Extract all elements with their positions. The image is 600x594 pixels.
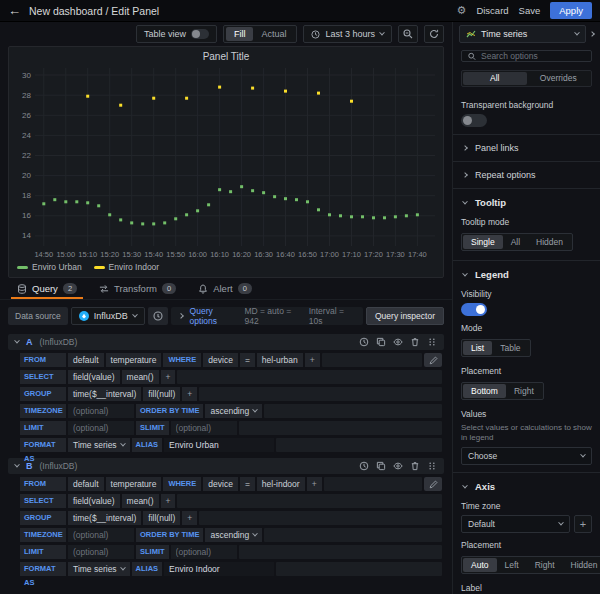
where-value-segment[interactable]: hel-indoor — [257, 477, 305, 491]
measurement-segment[interactable]: temperature — [106, 477, 162, 491]
edit-raw-query-button[interactable] — [424, 353, 442, 367]
limit-row: LIMIT SLIMIT — [20, 545, 442, 559]
query-history-icon[interactable] — [359, 337, 369, 347]
delete-query-trash-icon[interactable] — [410, 337, 420, 347]
actual-option[interactable]: Actual — [253, 27, 294, 41]
add-group-by-button[interactable]: + — [182, 511, 197, 525]
legend-section-header[interactable]: Legend — [453, 261, 600, 282]
select-field-segment[interactable]: field(value) — [68, 370, 120, 384]
datasource-help-button[interactable] — [148, 307, 168, 325]
discard-button[interactable]: Discard — [476, 5, 508, 16]
tab-alert[interactable]: Alert 0 — [189, 280, 261, 299]
timezone-input[interactable] — [68, 528, 134, 542]
add-condition-button[interactable]: + — [305, 353, 320, 367]
legend-item[interactable]: Enviro Urban — [17, 262, 82, 272]
tooltip-mode-all[interactable]: All — [503, 235, 528, 249]
query-history-icon[interactable] — [359, 461, 369, 471]
tab-all[interactable]: All — [463, 72, 527, 85]
chart-plot-area[interactable]: 14161820222426283014:5015:0015:1015:2015… — [9, 64, 443, 260]
format-as-select[interactable]: Time series — [68, 562, 130, 576]
delete-query-trash-icon[interactable] — [410, 461, 420, 471]
legend-item[interactable]: Enviro Indoor — [94, 262, 160, 272]
group-by-fill-segment[interactable]: fill(null) — [143, 511, 180, 525]
select-field-segment[interactable]: field(value) — [68, 494, 120, 508]
save-button[interactable]: Save — [519, 5, 541, 16]
collapse-pane-icon[interactable] — [589, 31, 595, 37]
apply-button[interactable]: Apply — [550, 2, 592, 19]
query-card-header[interactable]: B (InfluxDB) — [8, 458, 444, 474]
legend-placement-right[interactable]: Right — [506, 384, 542, 398]
axis-placement-hidden[interactable]: Hidden — [563, 558, 600, 572]
retention-policy-segment[interactable]: default — [68, 477, 104, 491]
add-condition-button[interactable]: + — [307, 477, 322, 491]
alias-input[interactable] — [164, 562, 274, 576]
scatter-chart[interactable]: 14161820222426283014:5015:0015:1015:2015… — [9, 64, 443, 260]
select-function-segment[interactable]: mean() — [122, 370, 159, 384]
axis-placement-auto[interactable]: Auto — [463, 558, 497, 572]
retention-policy-segment[interactable]: default — [68, 353, 104, 367]
group-by-time-segment[interactable]: time($__interval) — [68, 511, 141, 525]
select-function-segment[interactable]: mean() — [122, 494, 159, 508]
axis-placement-right[interactable]: Right — [527, 558, 563, 572]
edit-raw-query-button[interactable] — [424, 477, 442, 491]
query-inspector-button[interactable]: Query inspector — [366, 307, 444, 325]
group-by-time-segment[interactable]: time($__interval) — [68, 387, 141, 401]
measurement-segment[interactable]: temperature — [106, 353, 162, 367]
tooltip-section-header[interactable]: Tooltip — [453, 189, 600, 210]
time-range-picker[interactable]: Last 3 hours — [303, 25, 392, 43]
order-by-select[interactable]: ascending — [205, 404, 262, 418]
legend-mode-table[interactable]: Table — [492, 341, 528, 355]
slimit-input[interactable] — [171, 421, 237, 435]
tooltip-mode-single[interactable]: Single — [463, 235, 503, 249]
drag-handle-icon[interactable] — [427, 337, 437, 347]
add-group-by-button[interactable]: + — [182, 387, 197, 401]
zoom-out-button[interactable] — [398, 25, 418, 43]
order-by-select[interactable]: ascending — [205, 528, 262, 542]
duplicate-query-icon[interactable] — [376, 461, 386, 471]
transparent-background-toggle[interactable] — [461, 114, 487, 127]
group-by-fill-segment[interactable]: fill(null) — [143, 387, 180, 401]
panel-links-section[interactable]: Panel links — [453, 135, 600, 162]
where-key-segment[interactable]: device — [203, 353, 238, 367]
gear-icon[interactable]: ⚙ — [457, 5, 467, 16]
legend-visibility-toggle[interactable] — [461, 303, 487, 316]
where-value-segment[interactable]: hel-urban — [257, 353, 303, 367]
limit-input[interactable] — [68, 421, 134, 435]
panel-type-select[interactable]: Time series — [459, 25, 586, 43]
hide-query-eye-icon[interactable] — [393, 461, 403, 471]
query-options-link[interactable]: Query options — [190, 306, 238, 326]
axis-placement-left[interactable]: Left — [497, 558, 527, 572]
where-operator-segment[interactable]: = — [240, 477, 255, 491]
query-card-header[interactable]: A (InfluxDB) — [8, 334, 444, 350]
refresh-button[interactable] — [424, 25, 444, 43]
legend-values-select[interactable]: Choose — [461, 447, 592, 465]
legend-placement-bottom[interactable]: Bottom — [463, 384, 506, 398]
back-arrow-icon[interactable]: ← — [8, 4, 21, 17]
add-select-button[interactable]: + — [161, 370, 176, 384]
slimit-input[interactable] — [171, 545, 237, 559]
alias-input[interactable] — [164, 438, 274, 452]
legend-mode-list[interactable]: List — [463, 341, 492, 355]
fill-option[interactable]: Fill — [226, 27, 254, 41]
duplicate-query-icon[interactable] — [376, 337, 386, 347]
repeat-options-section[interactable]: Repeat options — [453, 162, 600, 189]
tab-transform[interactable]: Transform 0 — [90, 280, 185, 299]
where-key-segment[interactable]: device — [203, 477, 238, 491]
tooltip-mode-hidden[interactable]: Hidden — [528, 235, 571, 249]
datasource-select[interactable]: InfluxDB — [71, 307, 145, 325]
axis-timezone-add-button[interactable]: + — [574, 515, 592, 533]
tab-query[interactable]: Query 2 — [8, 280, 86, 299]
search-options-input[interactable] — [481, 51, 585, 61]
table-view-switch[interactable] — [191, 29, 209, 39]
add-select-button[interactable]: + — [161, 494, 176, 508]
drag-handle-icon[interactable] — [427, 461, 437, 471]
table-view-toggle[interactable]: Table view — [136, 25, 217, 43]
axis-timezone-select[interactable]: Default — [461, 515, 570, 533]
hide-query-eye-icon[interactable] — [393, 337, 403, 347]
where-operator-segment[interactable]: = — [240, 353, 255, 367]
axis-section-header[interactable]: Axis — [453, 473, 600, 494]
format-as-select[interactable]: Time series — [68, 438, 130, 452]
limit-input[interactable] — [68, 545, 134, 559]
timezone-input[interactable] — [68, 404, 134, 418]
tab-overrides[interactable]: Overrides — [527, 72, 591, 85]
